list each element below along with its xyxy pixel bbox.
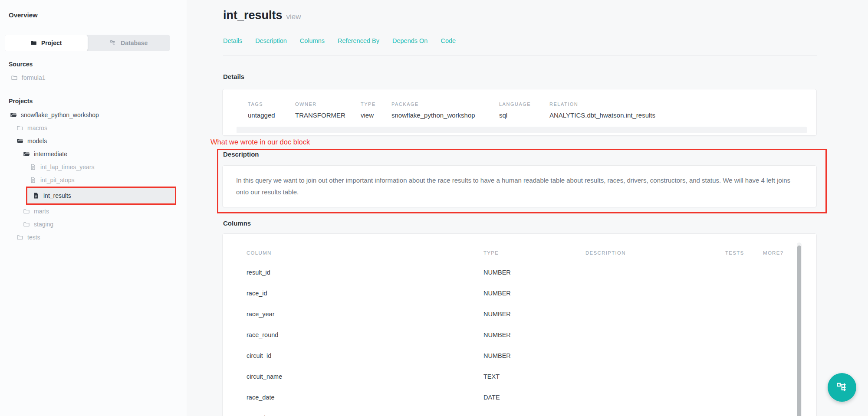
tab-details[interactable]: Details: [223, 37, 242, 44]
toggle-database-label: Database: [121, 39, 148, 46]
folder-icon: [23, 208, 30, 215]
tree-item-label: formula1: [22, 74, 45, 81]
folder-icon: [11, 74, 18, 81]
tree-item-models[interactable]: models: [0, 134, 187, 147]
table-row-race_round[interactable]: race_roundNUMBER: [223, 325, 816, 346]
table-row-race_id[interactable]: race_idNUMBER: [223, 283, 816, 304]
tree-item-label: models: [27, 138, 47, 144]
detail-field-value: sql: [499, 111, 531, 119]
tab-description[interactable]: Description: [255, 37, 287, 44]
tree-item-label: snowflake_python_workshop: [21, 111, 99, 118]
tab-depends-on[interactable]: Depends On: [392, 37, 427, 44]
file-icon: [30, 164, 36, 170]
cell-type: NUMBER: [483, 269, 511, 276]
table-row-race_year[interactable]: race_yearNUMBER: [223, 304, 816, 325]
tree-item-int_lap_times_years[interactable]: int_lap_times_years: [0, 161, 187, 174]
folder-open-icon: [16, 138, 23, 144]
tab-columns[interactable]: Columns: [300, 37, 325, 44]
table-row-race_date[interactable]: race_dateDATE: [223, 387, 816, 408]
tree-item-staging[interactable]: staging: [0, 218, 187, 231]
columns-card: COLUMNTYPEDESCRIPTIONTESTSMORE? result_i…: [222, 233, 817, 416]
column-header-more: MORE?: [763, 250, 783, 255]
details-footer-strip: [237, 127, 807, 133]
tree-item-marts[interactable]: marts: [0, 205, 187, 218]
model-type-label: view: [286, 13, 301, 21]
project-tree: snowflake_python_workshopmacrosmodelsint…: [0, 108, 187, 244]
cell-column: race_round: [247, 331, 278, 338]
column-header-description: DESCRIPTION: [585, 250, 626, 255]
detail-field-label: RELATION: [549, 102, 655, 107]
cell-column: race_date: [247, 394, 275, 401]
column-header-type: TYPE: [483, 250, 499, 255]
cell-type: TEXT: [483, 373, 500, 380]
tree-item-label: int_results: [43, 192, 71, 199]
page-title: int_resultsview: [223, 9, 301, 22]
tree-item-int_pit_stops[interactable]: int_pit_stops: [0, 174, 187, 187]
view-toggle: Project Database: [5, 35, 170, 51]
tree-item-label: marts: [34, 208, 49, 215]
tabs-divider: [223, 55, 817, 56]
cell-type: NUMBER: [483, 331, 511, 338]
tree-item-tests[interactable]: tests: [0, 231, 187, 244]
detail-field-package: PACKAGEsnowflake_python_workshop: [391, 102, 475, 119]
folder-icon: [16, 234, 23, 241]
folder-icon: [30, 39, 37, 46]
detail-field-type: TYPEview: [361, 102, 376, 119]
lineage-graph-button[interactable]: [828, 373, 856, 402]
tab-code[interactable]: Code: [441, 37, 456, 44]
tree-item-label: intermediate: [34, 151, 67, 157]
detail-field-label: TAGS: [248, 102, 275, 107]
cell-column: race_id: [247, 290, 267, 297]
toggle-project-label: Project: [41, 39, 62, 46]
details-heading: Details: [223, 73, 244, 80]
table-row-race_time[interactable]: race_timeTIME: [223, 408, 816, 416]
detail-field-label: PACKAGE: [391, 102, 475, 107]
tree-item-label: int_lap_times_years: [40, 164, 95, 170]
details-card: TAGSuntaggedOWNERTRANSFORMERTYPEviewPACK…: [222, 89, 817, 136]
table-scrollbar-thumb[interactable]: [797, 246, 801, 416]
tree-item-intermediate[interactable]: intermediate: [0, 147, 187, 161]
detail-field-value: TRANSFORMER: [295, 111, 345, 119]
cell-column: result_id: [247, 269, 270, 276]
folder-open-icon: [23, 151, 30, 157]
description-card: In this query we want to join out other …: [222, 165, 817, 207]
columns-heading: Columns: [223, 219, 251, 227]
detail-field-value: untagged: [248, 111, 275, 119]
description-body: In this query we want to join out other …: [223, 166, 816, 198]
column-header-column: COLUMN: [247, 250, 272, 255]
folder-icon: [23, 221, 30, 228]
tab-referenced-by[interactable]: Referenced By: [338, 37, 379, 44]
tree-item-int_results[interactable]: int_results: [26, 187, 176, 205]
cell-type: NUMBER: [483, 290, 511, 297]
tree-item-formula1[interactable]: formula1: [0, 72, 187, 84]
cell-type: NUMBER: [483, 311, 511, 318]
detail-field-value: view: [361, 111, 376, 119]
table-row-circuit_name[interactable]: circuit_nameTEXT: [223, 367, 816, 387]
sources-heading: Sources: [9, 61, 33, 68]
toggle-database-button[interactable]: Database: [88, 35, 171, 51]
table-row-circuit_id[interactable]: circuit_idNUMBER: [223, 346, 816, 367]
detail-field-value: snowflake_python_workshop: [391, 111, 475, 119]
tree-item-snowflake_python_workshop[interactable]: snowflake_python_workshop: [0, 108, 187, 121]
cell-column: race_year: [247, 311, 274, 318]
cell-type: NUMBER: [483, 352, 511, 359]
cell-column: circuit_id: [247, 352, 271, 359]
table-row-result_id[interactable]: result_idNUMBER: [223, 262, 816, 283]
detail-field-value: ANALYTICS.dbt_hwatson.int_results: [549, 111, 655, 119]
tree-item-label: tests: [27, 234, 40, 241]
toggle-project-button[interactable]: Project: [5, 35, 88, 51]
model-name: int_results: [223, 9, 283, 22]
detail-field-relation: RELATIONANALYTICS.dbt_hwatson.int_result…: [549, 102, 655, 119]
tree-item-macros[interactable]: macros: [0, 121, 187, 134]
column-header-tests: TESTS: [725, 250, 744, 255]
tree-item-label: staging: [34, 221, 53, 228]
detail-field-label: LANGUAGE: [499, 102, 531, 107]
detail-field-label: OWNER: [295, 102, 345, 107]
tree-item-label: int_pit_stops: [40, 177, 75, 183]
doc-block-annotation: What we wrote in our doc block: [210, 138, 310, 146]
overview-heading: Overview: [9, 11, 38, 19]
detail-field-language: LANGUAGEsql: [499, 102, 531, 119]
cell-type: DATE: [483, 394, 500, 401]
sources-list: formula1: [0, 72, 187, 84]
folder-open-icon: [10, 111, 17, 118]
